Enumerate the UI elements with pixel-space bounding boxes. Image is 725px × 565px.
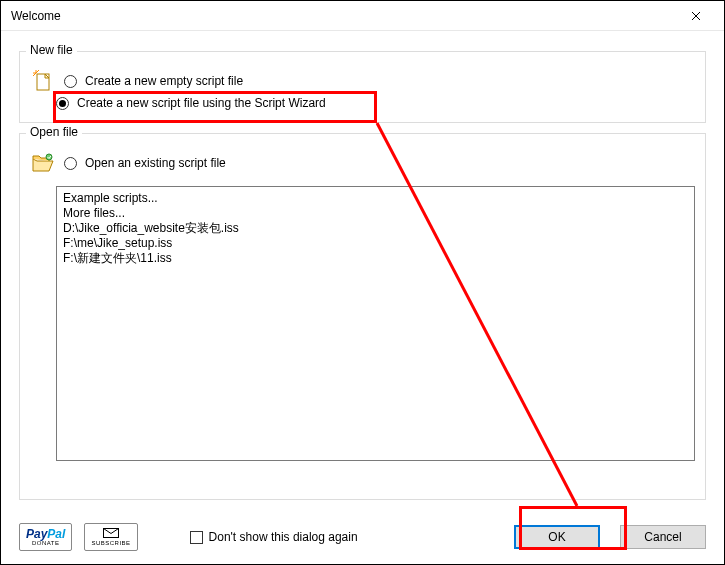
welcome-window: Welcome New file C [0,0,725,565]
close-button[interactable] [676,4,716,28]
radio-new-empty-label[interactable]: Create a new empty script file [85,74,243,88]
cancel-button[interactable]: Cancel [620,525,706,549]
dont-show-again[interactable]: Don't show this dialog again [190,530,358,544]
radio-new-empty[interactable] [64,75,77,88]
new-file-icon [30,68,56,94]
open-file-group: Open file Open an existing script file E… [19,133,706,500]
dont-show-checkbox[interactable] [190,531,203,544]
radio-new-wizard[interactable] [56,97,69,110]
envelope-icon [103,528,119,540]
dialog-body: New file Create a new empty script file [1,31,724,510]
titlebar: Welcome [1,1,724,31]
paypal-logo: PayPal [26,528,65,540]
subscribe-button[interactable]: SUBSCRIBE [84,523,137,551]
dont-show-label: Don't show this dialog again [209,530,358,544]
radio-new-wizard-label[interactable]: Create a new script file using the Scrip… [77,96,326,110]
subscribe-label: SUBSCRIBE [91,540,130,546]
radio-open-existing-label[interactable]: Open an existing script file [85,156,226,170]
new-file-group-label: New file [26,43,77,57]
paypal-donate-button[interactable]: PayPal DONATE [19,523,72,551]
footer-bar: PayPal DONATE SUBSCRIBE Don't show this … [1,510,724,564]
new-file-group: New file Create a new empty script file [19,51,706,123]
close-icon [691,11,701,21]
recent-files-list[interactable]: Example scripts... More files... D:\Jike… [56,186,695,461]
radio-open-existing[interactable] [64,157,77,170]
open-file-group-label: Open file [26,125,82,139]
paypal-donate-label: DONATE [32,540,60,546]
ok-button[interactable]: OK [514,525,600,549]
window-title: Welcome [11,9,61,23]
open-file-icon [30,150,56,176]
